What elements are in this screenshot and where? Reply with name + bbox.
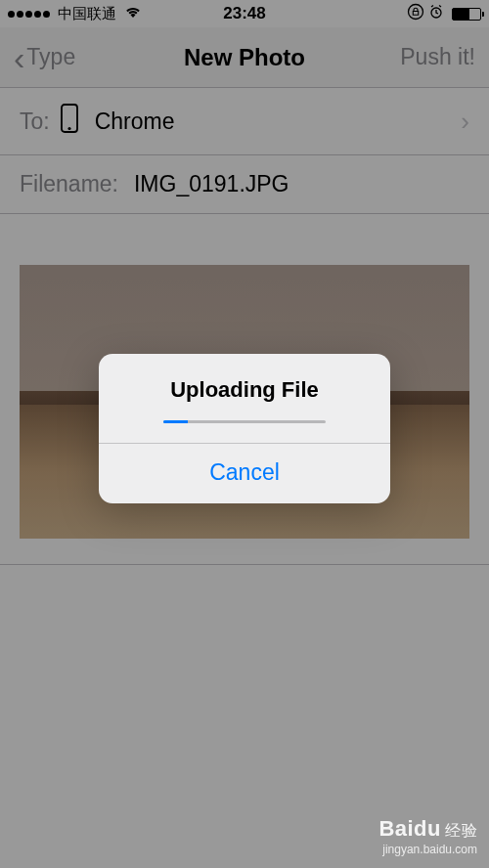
cancel-button[interactable]: Cancel <box>99 444 390 503</box>
progress-fill <box>163 420 188 423</box>
watermark: Baidu经验 jingyan.baidu.com <box>378 815 477 858</box>
modal-title: Uploading File <box>118 377 371 403</box>
progress-bar <box>163 420 326 423</box>
watermark-url: jingyan.baidu.com <box>378 843 477 858</box>
uploading-modal: Uploading File Cancel <box>99 354 390 503</box>
watermark-brand-sub: 经验 <box>445 822 477 839</box>
watermark-brand: Baidu <box>378 816 441 841</box>
